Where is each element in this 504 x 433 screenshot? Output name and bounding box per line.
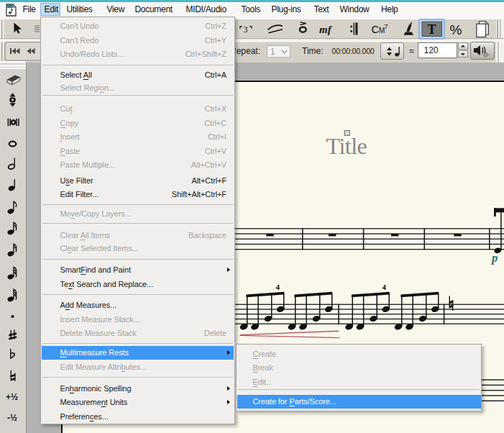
- svg-text:+½: +½: [6, 392, 18, 402]
- svg-text:T: T: [428, 22, 436, 37]
- svg-text:3: 3: [244, 24, 248, 35]
- svg-text:C: C: [372, 23, 380, 35]
- svg-text:mf: mf: [319, 24, 333, 35]
- svg-text:%: %: [450, 22, 462, 37]
- svg-text:-½: -½: [7, 413, 17, 423]
- svg-text:7: 7: [385, 23, 388, 30]
